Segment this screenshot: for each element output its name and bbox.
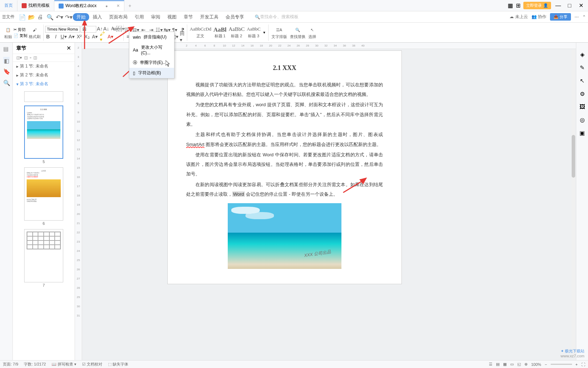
- minimize-button[interactable]: —: [554, 2, 562, 9]
- share-button[interactable]: 📤 分享: [550, 13, 571, 21]
- outline-icon[interactable]: ▤: [3, 45, 10, 52]
- tab-close-icon[interactable]: ✕: [117, 4, 120, 8]
- tab-reference[interactable]: 引用: [131, 13, 147, 21]
- nav-section-3[interactable]: ▾ 第 3 节: 未命名: [13, 80, 75, 88]
- nav-section-2[interactable]: ▸ 第 2 节: 未命名: [13, 71, 75, 80]
- tab-member[interactable]: 会员专享: [222, 13, 248, 21]
- rb-pointer-icon[interactable]: ↖: [580, 77, 584, 84]
- tab-section[interactable]: 章节: [180, 13, 196, 21]
- document-page[interactable]: 2.1 XXX 视频提供了功能强大的方法帮助您证明您的观点。当您单击联机视频时，…: [167, 50, 402, 284]
- app-grid-icon[interactable]: ⊞: [516, 2, 520, 9]
- thumb-page-7[interactable]: 7: [24, 229, 63, 287]
- thumb-blank[interactable]: [24, 91, 63, 102]
- zoom-in-icon[interactable]: +: [576, 362, 578, 367]
- thumb-page-6[interactable]: LXXX视频提供了功能强大为使您的文档外观主题样式文档保持使用在需要位置在新的阅…: [24, 167, 63, 226]
- status-proof[interactable]: ☑ 文档校对: [82, 362, 102, 367]
- rb-target-icon[interactable]: ◎: [580, 117, 585, 123]
- fullscreen-icon[interactable]: ⛶: [581, 362, 585, 367]
- tab-new-button[interactable]: +: [124, 3, 135, 9]
- status-page[interactable]: 页面: 7/9: [3, 362, 18, 367]
- text-layout[interactable]: ☰A文字排版: [271, 26, 287, 39]
- maximize-button[interactable]: □: [565, 2, 574, 9]
- doc-image[interactable]: XXX 公司出品: [228, 203, 341, 269]
- nav-tool-3[interactable]: ▫: [30, 55, 31, 60]
- zoom-out-icon[interactable]: −: [545, 362, 547, 367]
- rb-image-icon[interactable]: 🖼: [579, 104, 585, 110]
- text-effect-icon[interactable]: A▾: [92, 34, 98, 39]
- strike-icon[interactable]: A̶▾: [69, 34, 74, 39]
- tab-review[interactable]: 审阅: [147, 13, 164, 21]
- status-spell[interactable]: 📖 拼写检查 ▾: [52, 362, 76, 367]
- format-painter[interactable]: 🖌格式刷: [29, 26, 41, 39]
- view-focus-icon[interactable]: ◱: [517, 362, 521, 367]
- tab-home[interactable]: 首页: [0, 0, 17, 11]
- vertical-scrollbar[interactable]: [572, 50, 575, 357]
- redo-icon[interactable]: ↷▾: [65, 14, 71, 20]
- menu-pinyin-guide[interactable]: wén拼音指南(U): [129, 32, 174, 42]
- search-panel-icon[interactable]: 🔍: [3, 80, 10, 86]
- nav-tool-1[interactable]: ◫▾: [16, 55, 22, 60]
- nav-section-1[interactable]: ▸ 第 1 节: 未命名: [13, 62, 75, 71]
- font-name-select[interactable]: [45, 26, 80, 33]
- view-read-icon[interactable]: ▭: [510, 362, 514, 367]
- zoom-fit-icon[interactable]: ⊕: [524, 362, 528, 367]
- italic-icon[interactable]: I: [53, 34, 59, 39]
- view-web-icon[interactable]: ▤: [496, 362, 500, 367]
- doc-paragraph-3: 主题和样式也有助于文档保持协调。当您单击设计并选择新的主题时，图片、图表或 Sm…: [186, 130, 383, 149]
- tab-devtools[interactable]: 开发工具: [196, 13, 222, 21]
- file-menu[interactable]: ☰ 文件: [2, 14, 15, 20]
- close-button[interactable]: ✕: [577, 2, 585, 9]
- zoom-value[interactable]: 100%: [531, 362, 541, 367]
- zoom-slider[interactable]: [551, 364, 572, 365]
- undo-icon[interactable]: ↶▾: [56, 14, 62, 20]
- rb-settings-icon[interactable]: ⚙: [580, 91, 585, 97]
- status-missing-font[interactable]: ⬚ 缺失字体: [108, 362, 128, 367]
- find-replace[interactable]: 🔍查找替换: [290, 26, 306, 39]
- tab-view[interactable]: 视图: [164, 13, 180, 21]
- style-h1[interactable]: AaBl标题 1: [214, 26, 227, 39]
- paste-group[interactable]: 📋粘贴: [4, 26, 12, 39]
- tab-insert[interactable]: 插入: [89, 13, 106, 21]
- scrollbar-thumb[interactable]: [572, 135, 575, 178]
- style-normal[interactable]: AaBbCcDd正文: [190, 26, 211, 39]
- layout-grid-icon[interactable]: ▦: [508, 2, 513, 9]
- menu-change-case[interactable]: Aa更改大小写(C)...: [129, 42, 174, 58]
- tab-templates[interactable]: 找稻壳模板: [17, 0, 54, 11]
- nav-tool-4[interactable]: ◫: [33, 55, 37, 60]
- rb-layout-icon[interactable]: ▣: [579, 130, 585, 136]
- more-icon[interactable]: ⋯: [574, 15, 579, 20]
- command-search[interactable]: 🔍 查找命令、搜索模板: [255, 14, 298, 20]
- rb-pen-icon[interactable]: ✎: [580, 64, 584, 71]
- open-icon[interactable]: 📂: [28, 14, 34, 20]
- collapse-ribbon-icon[interactable]: ⌃: [582, 15, 586, 20]
- thumb-page-5[interactable]: 2.1 XXXLorem视频提供了功能强大的方法为使您的文档具有专业外观主题和样…: [24, 105, 63, 164]
- status-words[interactable]: 字数: 1/2172: [24, 362, 46, 367]
- borders-icon[interactable]: 田▾: [180, 34, 185, 39]
- view-print-icon[interactable]: ☰: [489, 362, 492, 367]
- nav-tool-2[interactable]: ◫: [24, 55, 28, 60]
- styles-more-icon[interactable]: ▾: [262, 30, 267, 35]
- underline-icon[interactable]: U▾: [61, 34, 66, 39]
- new-icon[interactable]: 📄: [19, 14, 25, 20]
- coop-button[interactable]: 👥 协作: [532, 14, 546, 20]
- login-button[interactable]: 立即登录👤: [523, 2, 551, 9]
- view-outline-icon[interactable]: ▦: [503, 362, 507, 367]
- cloud-status[interactable]: ☁ 未上云: [509, 14, 528, 20]
- bookmark-icon[interactable]: 🔖: [3, 68, 10, 75]
- thumbnail-icon[interactable]: ◧: [3, 57, 10, 63]
- style-h3[interactable]: AaBbC标题 3: [247, 26, 261, 39]
- bold-icon[interactable]: B: [45, 34, 51, 39]
- copy-button[interactable]: 📄 复制: [14, 33, 27, 38]
- menu-char-border[interactable]: ▯字符边框(B): [129, 68, 174, 78]
- tab-start[interactable]: 开始: [73, 13, 89, 21]
- print-icon[interactable]: 🖨: [37, 14, 44, 20]
- tab-pagelayout[interactable]: 页面布局: [106, 13, 131, 21]
- cut-button[interactable]: ✂ 剪切: [14, 27, 27, 32]
- rb-diamond-icon[interactable]: ◈: [580, 51, 584, 58]
- highlight-icon[interactable]: 🖍▾: [100, 34, 106, 39]
- nav-close-icon[interactable]: ✕: [66, 45, 71, 52]
- select-tool[interactable]: ↖选择: [308, 26, 316, 39]
- tab-document[interactable]: Word教程2.docx●✕: [54, 0, 124, 11]
- preview-icon[interactable]: 🔍: [47, 14, 53, 20]
- style-h2[interactable]: AaBbC标题 2: [229, 26, 245, 39]
